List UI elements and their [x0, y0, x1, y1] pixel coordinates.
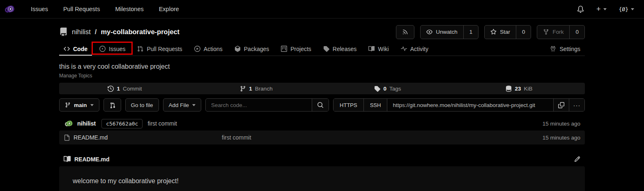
go-to-file-button[interactable]: Go to file — [125, 98, 159, 112]
caret-down-icon — [631, 8, 634, 10]
tag-icon — [374, 86, 380, 92]
more-options-button[interactable]: ··· — [569, 99, 584, 111]
file-table-row: README.md first commit 15 minutes ago — [59, 130, 585, 144]
branch-icon — [65, 102, 71, 108]
fork-button-group: Fork 0 — [537, 25, 585, 39]
nav-milestones[interactable]: Milestones — [115, 6, 143, 12]
repo-header: nihilist / my-collaborative-project — [59, 19, 585, 39]
manage-topics-link[interactable]: Manage Topics — [59, 73, 92, 79]
green-teacup-avatar — [64, 119, 74, 128]
gitea-teacup-logo[interactable] — [3, 3, 16, 15]
https-button[interactable]: HTTPS — [334, 99, 363, 111]
main-content: nihilist / my-collaborative-project — [59, 19, 585, 191]
stat-branches-value: 1 — [249, 86, 252, 92]
tab-packages[interactable]: Packages — [230, 42, 274, 56]
unwatch-button[interactable]: Unwatch — [421, 26, 463, 39]
tab-activity[interactable]: Activity — [396, 42, 433, 56]
gitea-repo-page: Issues Pull Requests Milestones Explore … — [0, 0, 644, 191]
search-code-input[interactable] — [206, 99, 312, 111]
tab-issues[interactable]: Issues — [95, 42, 130, 56]
stat-branches[interactable]: 1 Branch — [191, 86, 322, 92]
fork-count[interactable]: 0 — [569, 26, 584, 39]
rss-button[interactable] — [396, 26, 414, 39]
star-count[interactable]: 0 — [516, 26, 531, 39]
teacup-icon — [3, 3, 16, 15]
commit-author-link[interactable]: nihilist — [77, 120, 96, 127]
ssh-button[interactable]: SSH — [363, 99, 387, 111]
tab-releases[interactable]: Releases — [319, 42, 361, 56]
history-icon — [108, 86, 114, 92]
fork-label: Fork — [552, 29, 564, 35]
clone-url-input[interactable] — [387, 99, 553, 111]
tab-packages-label: Packages — [244, 46, 269, 52]
tab-releases-label: Releases — [333, 46, 356, 52]
tab-code[interactable]: Code — [59, 42, 92, 56]
copy-icon — [558, 102, 564, 108]
repo-actions: Unwatch 1 Star 0 — [396, 25, 585, 39]
nav-explore[interactable]: Explore — [159, 6, 179, 12]
add-file-button[interactable]: Add File — [163, 98, 202, 112]
rss-icon — [402, 29, 408, 35]
kebab-icon: ··· — [573, 102, 581, 109]
go-to-file-label: Go to file — [131, 102, 153, 108]
nav-issues[interactable]: Issues — [31, 6, 48, 12]
open-book-icon — [64, 156, 71, 163]
watch-count[interactable]: 1 — [463, 26, 478, 39]
tools-icon — [550, 46, 556, 52]
commit-message-link[interactable]: first commit — [147, 120, 177, 127]
tab-wiki[interactable]: Wiki — [364, 42, 393, 56]
tab-projects[interactable]: Projects — [276, 42, 316, 56]
stat-commits[interactable]: 1 Commit — [59, 86, 191, 92]
unwatch-label: Unwatch — [436, 29, 458, 35]
package-icon — [235, 46, 241, 52]
project-icon — [281, 46, 287, 52]
tab-pull-requests[interactable]: Pull Requests — [133, 42, 186, 56]
stat-tags-value: 0 — [383, 86, 386, 92]
tab-pull-requests-label: Pull Requests — [147, 46, 182, 52]
star-button-group: Star 0 — [484, 25, 531, 39]
file-icon — [64, 135, 70, 141]
watch-button-group: Unwatch 1 — [420, 25, 478, 39]
navbar-right: + {Ø} — [577, 5, 634, 14]
compare-button[interactable] — [104, 98, 121, 112]
repo-owner-link[interactable]: nihilist — [72, 28, 91, 36]
tab-settings-label: Settings — [559, 46, 580, 52]
pull-request-icon — [137, 46, 143, 52]
file-commit-message-link[interactable]: first commit — [222, 134, 543, 141]
readme-content: welcome to my collaborative project! — [59, 166, 585, 191]
branch-selector[interactable]: main — [59, 98, 99, 112]
tab-wiki-label: Wiki — [378, 46, 389, 52]
edit-readme-button[interactable] — [574, 156, 580, 162]
clone-panel: HTTPS SSH ··· — [333, 98, 585, 112]
caret-down-icon — [603, 8, 607, 10]
create-new-button[interactable]: + — [596, 5, 607, 14]
search-button[interactable] — [312, 99, 329, 111]
user-menu[interactable]: {Ø} — [619, 6, 634, 12]
tab-actions-label: Actions — [204, 46, 223, 52]
notifications-button[interactable] — [577, 6, 584, 13]
star-button[interactable]: Star — [485, 26, 516, 39]
bell-icon — [577, 6, 584, 13]
tab-settings[interactable]: Settings — [545, 42, 585, 56]
database-icon — [506, 86, 512, 92]
stat-size-label: KiB — [524, 86, 533, 92]
tab-issues-label: Issues — [109, 46, 125, 52]
stat-commits-value: 1 — [117, 86, 120, 92]
repo-name-link[interactable]: my-collaborative-project — [101, 28, 179, 36]
readme-header: README.md — [59, 152, 585, 166]
stat-size[interactable]: 23 KiB — [453, 86, 585, 92]
file-name-link[interactable]: README.md — [64, 134, 222, 141]
nav-pull-requests[interactable]: Pull Requests — [63, 6, 100, 12]
commit-author-avatar[interactable] — [64, 119, 74, 128]
fork-icon — [543, 29, 549, 35]
book-icon — [368, 46, 375, 52]
fork-button[interactable]: Fork — [537, 26, 569, 39]
commit-hash-link[interactable]: c567662a0c — [101, 119, 143, 128]
readme-text: welcome to my collaborative project! — [73, 177, 179, 184]
tab-actions[interactable]: Actions — [190, 42, 227, 56]
stat-tags[interactable]: 0 Tags — [322, 86, 453, 92]
star-icon — [490, 29, 497, 35]
repo-tabs: Code Issues Pull Requests A — [59, 42, 585, 56]
repo-separator: / — [95, 28, 97, 36]
copy-url-button[interactable] — [553, 99, 569, 111]
